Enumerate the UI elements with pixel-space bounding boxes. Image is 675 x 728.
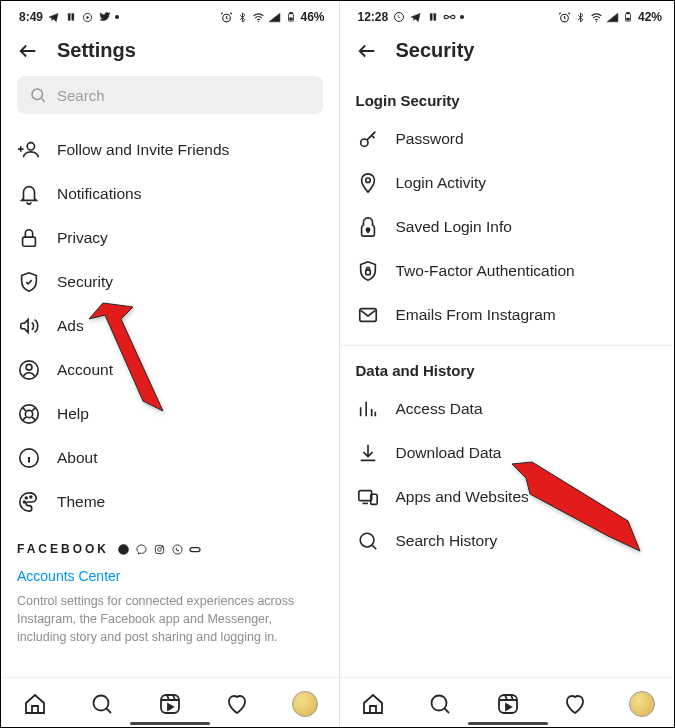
nav-reels[interactable] [157, 691, 183, 717]
label: Ads [57, 317, 84, 335]
security-item-search-history[interactable]: Search History [354, 519, 663, 563]
telegram-icon [409, 11, 422, 24]
security-item-apps-websites[interactable]: Apps and Websites [354, 475, 663, 519]
label: Help [57, 405, 89, 423]
settings-list: Follow and Invite Friends Notifications … [1, 128, 339, 524]
status-battery: 46% [300, 10, 324, 24]
screen-security: 12:28 42% Security Login Securi [339, 1, 676, 728]
status-dot [115, 15, 119, 19]
label: Account [57, 361, 113, 379]
label: Password [396, 130, 464, 148]
svg-point-37 [366, 228, 369, 231]
settings-item-notifications[interactable]: Notifications [15, 172, 325, 216]
security-item-access-data[interactable]: Access Data [354, 387, 663, 431]
brand-description: Control settings for connected experienc… [17, 592, 323, 646]
page-title: Security [396, 39, 475, 62]
bottom-nav [1, 677, 339, 728]
play-outline-icon [81, 11, 94, 24]
svg-point-16 [24, 501, 26, 503]
svg-point-36 [365, 178, 370, 183]
search-input[interactable]: Search [17, 76, 323, 114]
section-data-history: Data and History [340, 346, 676, 387]
alarm-icon [558, 11, 571, 24]
home-indicator [468, 722, 548, 725]
settings-item-help[interactable]: Help [15, 392, 325, 436]
facebook-icon [117, 543, 129, 555]
label: Saved Login Info [396, 218, 512, 236]
settings-item-account[interactable]: Account [15, 348, 325, 392]
label: Login Activity [396, 174, 486, 192]
download-icon [356, 441, 380, 465]
label: Access Data [396, 400, 483, 418]
megaphone-icon [17, 314, 41, 338]
keyhole-icon [356, 215, 380, 239]
svg-point-14 [25, 410, 32, 417]
nav-search[interactable] [89, 691, 115, 717]
svg-rect-1 [71, 14, 73, 21]
pause-icon [426, 11, 439, 24]
svg-rect-33 [627, 12, 630, 13]
accounts-center-link[interactable]: Accounts Center [17, 556, 323, 592]
nav-profile[interactable] [292, 691, 318, 717]
svg-point-35 [360, 139, 367, 146]
svg-rect-10 [23, 237, 36, 246]
page-title: Settings [57, 39, 136, 62]
nav-profile[interactable] [629, 691, 655, 717]
settings-item-privacy[interactable]: Privacy [15, 216, 325, 260]
account-icon [17, 358, 41, 382]
status-time: 8:49 [19, 10, 43, 24]
wifi-icon [252, 11, 265, 24]
infinity-icon [443, 11, 456, 24]
info-icon [17, 446, 41, 470]
svg-point-42 [360, 533, 374, 547]
security-item-emails[interactable]: Emails From Instagram [354, 293, 663, 337]
nav-activity[interactable] [562, 691, 588, 717]
settings-item-theme[interactable]: Theme [15, 480, 325, 524]
nav-home[interactable] [360, 691, 386, 717]
settings-item-follow[interactable]: Follow and Invite Friends [15, 128, 325, 172]
nav-home[interactable] [22, 691, 48, 717]
security-item-password[interactable]: Password [354, 117, 663, 161]
svg-rect-44 [499, 695, 517, 713]
label: Security [57, 273, 113, 291]
svg-point-43 [432, 695, 447, 710]
whatsapp-icon [171, 543, 183, 555]
telegram-icon [47, 11, 60, 24]
alarm-icon [220, 11, 233, 24]
brand-icons [117, 543, 201, 555]
search-icon [356, 529, 380, 553]
security-item-saved-login[interactable]: Saved Login Info [354, 205, 663, 249]
search-placeholder: Search [57, 87, 105, 104]
svg-point-9 [27, 143, 34, 150]
svg-rect-29 [434, 14, 436, 21]
avatar-icon [629, 691, 655, 717]
label: Two-Factor Authentication [396, 262, 575, 280]
status-bar: 12:28 42% [340, 1, 676, 29]
bottom-nav [340, 677, 676, 728]
settings-item-about[interactable]: About [15, 436, 325, 480]
back-button[interactable] [17, 40, 39, 62]
svg-rect-24 [190, 547, 200, 551]
security-item-download-data[interactable]: Download Data [354, 431, 663, 475]
nav-search[interactable] [427, 691, 453, 717]
palette-icon [17, 490, 41, 514]
status-dot [460, 15, 464, 19]
brand-name: FACEBOOK [17, 542, 109, 556]
svg-point-27 [394, 13, 403, 22]
oculus-icon [189, 543, 201, 555]
svg-rect-26 [161, 695, 179, 713]
label: Notifications [57, 185, 141, 203]
settings-item-security[interactable]: Security [15, 260, 325, 304]
svg-rect-6 [290, 12, 293, 13]
nav-reels[interactable] [495, 691, 521, 717]
bluetooth-icon [236, 11, 249, 24]
home-indicator [130, 722, 210, 725]
back-button[interactable] [356, 40, 378, 62]
security-item-login-activity[interactable]: Login Activity [354, 161, 663, 205]
label: Emails From Instagram [396, 306, 556, 324]
svg-point-23 [172, 544, 181, 553]
settings-item-ads[interactable]: Ads [15, 304, 325, 348]
security-item-twofactor[interactable]: Two-Factor Authentication [354, 249, 663, 293]
nav-activity[interactable] [224, 691, 250, 717]
svg-rect-0 [68, 14, 70, 21]
